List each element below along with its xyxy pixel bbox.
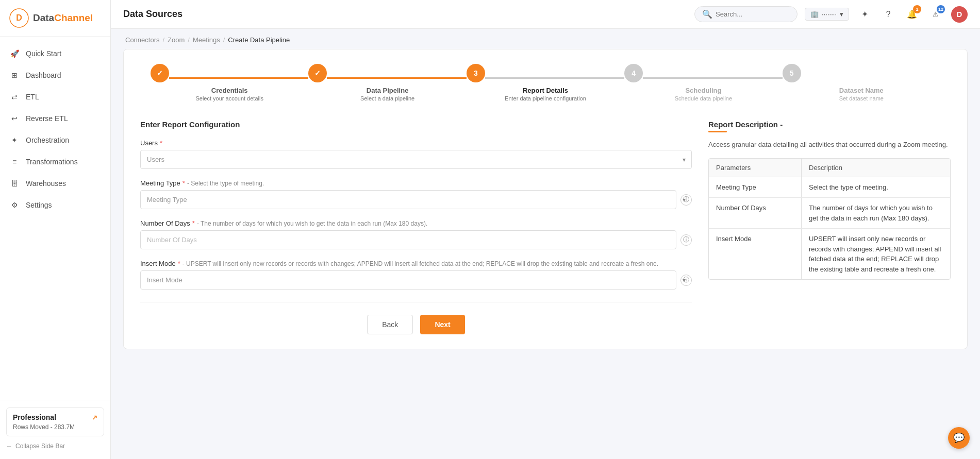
page-title: Data Sources	[123, 9, 182, 20]
param-desc-0: Select the type of meeting.	[802, 177, 950, 198]
alerts-button[interactable]: ⚠ 12	[927, 6, 944, 23]
breadcrumb-sep-1: /	[162, 36, 164, 44]
step-1-header: ✓	[151, 64, 308, 82]
step-2-line	[327, 77, 466, 79]
sidebar-item-orchestration[interactable]: ✦ Orchestration	[0, 129, 110, 151]
description-section: Report Description - Access granular dat…	[708, 120, 951, 334]
collapse-sidebar-button[interactable]: ← Collapse Side Bar	[6, 440, 104, 452]
sidebar-item-reverse-etl[interactable]: ↩ Reverse ETL	[0, 108, 110, 129]
sidebar-item-settings[interactable]: ⚙ Settings	[0, 194, 110, 216]
header: Data Sources 🔍 🏢 ········ ▾ ✦ ? 🔔 1	[111, 0, 980, 29]
step-2-circle: ✓	[308, 64, 327, 82]
sidebar-item-label: Warehouses	[26, 179, 66, 188]
meeting-type-info-button[interactable]: ⓘ	[680, 194, 692, 206]
param-name-0: Meeting Type	[709, 177, 802, 198]
insert-mode-select[interactable]: Insert Mode	[140, 270, 676, 290]
org-selector[interactable]: 🏢 ········ ▾	[805, 8, 849, 21]
sidebar-item-warehouses[interactable]: 🗄 Warehouses	[0, 173, 110, 194]
users-label: Users*	[140, 139, 692, 147]
sidebar-item-transformations[interactable]: ≡ Transformations	[0, 151, 110, 173]
reverse-icon: ↩	[9, 113, 20, 124]
step-3-circle: 3	[467, 64, 485, 82]
header-right: 🔍 🏢 ········ ▾ ✦ ? 🔔 1 ⚠ 12 D	[694, 6, 968, 23]
breadcrumb: Connectors / Zoom / Meetings / Create Da…	[111, 29, 980, 49]
step-3-line	[485, 77, 624, 79]
step-2-label: Data Pipeline	[367, 87, 409, 94]
main-content: Data Sources 🔍 🏢 ········ ▾ ✦ ? 🔔 1	[111, 0, 980, 459]
insert-mode-info-button[interactable]: ⓘ	[680, 275, 692, 286]
breadcrumb-connectors[interactable]: Connectors	[125, 36, 159, 44]
next-button[interactable]: Next	[420, 315, 464, 334]
meeting-type-field-group: Meeting Type* - Select the type of meeti…	[140, 179, 692, 209]
step-3-header: 3	[467, 64, 624, 82]
search-input[interactable]	[716, 10, 790, 18]
sidebar-item-label: Transformations	[26, 158, 78, 166]
sidebar-bottom: Professional ↗ Rows Moved - 283.7M ← Col…	[0, 400, 110, 459]
external-link-icon[interactable]: ↗	[92, 414, 97, 421]
sidebar-item-label: Dashboard	[26, 71, 61, 79]
logo-icon: D	[9, 8, 29, 28]
sidebar-item-label: Settings	[26, 201, 52, 209]
form-actions: Back Next	[140, 315, 692, 334]
insert-mode-field-group: Insert Mode* - UPSERT will insert only n…	[140, 260, 692, 290]
step-data-pipeline: ✓ Data Pipeline Select a data pipeline	[308, 64, 466, 101]
number-of-days-input[interactable]	[140, 230, 676, 249]
orchestration-icon: ✦	[9, 135, 20, 145]
chat-bubble-button[interactable]: 💬	[948, 427, 970, 449]
breadcrumb-zoom[interactable]: Zoom	[168, 36, 185, 44]
rocket-icon: 🚀	[9, 48, 20, 59]
grid-icon: ⊞	[9, 70, 20, 80]
users-select[interactable]: Users	[140, 150, 692, 169]
step-5-header: 5	[783, 64, 940, 82]
sidebar-item-label: Quick Start	[26, 49, 61, 58]
sparkle-button[interactable]: ✦	[856, 6, 873, 23]
description-underline	[708, 131, 727, 132]
step-1-label: Credentials	[211, 87, 248, 94]
sidebar-item-dashboard[interactable]: ⊞ Dashboard	[0, 64, 110, 86]
step-2-sub: Select a data pipeline	[360, 95, 414, 101]
sidebar-item-etl[interactable]: ⇄ ETL	[0, 86, 110, 108]
step-1-sub: Select your account details	[195, 95, 263, 101]
plan-name: Professional	[13, 413, 56, 421]
collapse-icon: ←	[6, 443, 12, 450]
param-name-1: Number Of Days	[709, 198, 802, 228]
sidebar-item-label: Orchestration	[26, 136, 69, 144]
sidebar-item-label: ETL	[26, 93, 39, 101]
breadcrumb-current: Create Data Pipeline	[228, 36, 290, 44]
plan-title-row: Professional ↗	[13, 413, 97, 421]
meeting-type-select[interactable]: Meeting Type	[140, 190, 676, 209]
avatar[interactable]: D	[951, 6, 968, 23]
step-3-sub: Enter data pipeline configuration	[505, 95, 586, 101]
form-divider	[140, 302, 692, 302]
plan-box: Professional ↗ Rows Moved - 283.7M	[6, 407, 104, 436]
number-of-days-input-wrapper: ⓘ	[140, 230, 692, 249]
sidebar-item-label: Reverse ETL	[26, 114, 68, 123]
org-name: ········	[822, 10, 837, 18]
users-select-wrapper: Users ▾	[140, 150, 692, 169]
number-of-days-info-button[interactable]: ⓘ	[680, 234, 692, 246]
form-layout: Enter Report Configuration Users* Users …	[140, 120, 951, 334]
params-row-0: Meeting Type Select the type of meeting.	[709, 177, 950, 198]
back-button[interactable]: Back	[367, 315, 413, 334]
step-report-details: 3 Report Details Enter data pipeline con…	[467, 64, 624, 101]
logo-text: DataChannel	[33, 12, 93, 24]
form-section: Enter Report Configuration Users* Users …	[140, 120, 692, 334]
arrows-icon: ⇄	[9, 92, 20, 102]
number-of-days-label: Number Of Days* - The number of days for…	[140, 219, 692, 227]
step-4-label: Scheduling	[685, 87, 721, 94]
alerts-badge: 12	[937, 5, 945, 13]
breadcrumb-meetings[interactable]: Meetings	[193, 36, 220, 44]
step-4-sub: Schedule data pipeline	[675, 95, 732, 101]
notifications-button[interactable]: 🔔 1	[904, 6, 920, 23]
step-4-header: 4	[624, 64, 782, 82]
org-icon: 🏢	[810, 10, 819, 18]
step-5-circle: 5	[783, 64, 801, 82]
meeting-type-label: Meeting Type* - Select the type of meeti…	[140, 179, 692, 187]
help-button[interactable]: ?	[880, 6, 896, 23]
step-dataset-name: 5 Dataset Name Set dataset name	[783, 64, 940, 101]
sidebar-item-quick-start[interactable]: 🚀 Quick Start	[0, 43, 110, 64]
search-bar[interactable]: 🔍	[694, 6, 798, 22]
description-text: Access granular data detailing all activ…	[708, 140, 951, 150]
step-scheduling: 4 Scheduling Schedule data pipeline	[624, 64, 782, 101]
users-field-group: Users* Users ▾	[140, 139, 692, 169]
